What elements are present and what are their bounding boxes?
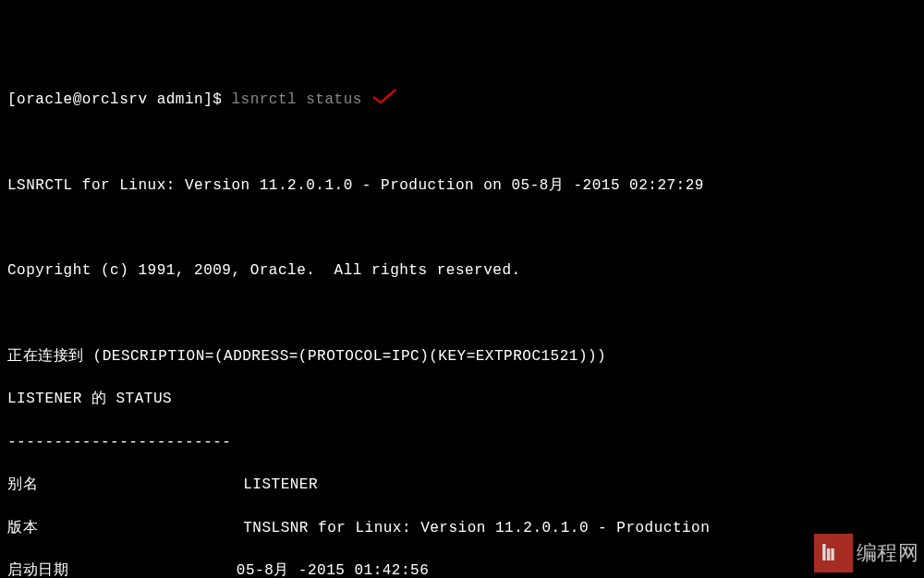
shell-prompt: [oracle@orclsrv admin]$ <box>7 91 231 108</box>
startdate-value: 05-8月 -2015 01:42:56 <box>237 562 429 578</box>
startdate-label: 启动日期 <box>7 562 68 578</box>
version-value: TNSLSNR for Linux: Version 11.2.0.1.0 - … <box>243 520 710 536</box>
output-version: 版本 TNSLSNR for Linux: Version 11.2.0.1.0… <box>7 518 917 539</box>
output-status-header: LISTENER 的 STATUS <box>7 389 917 410</box>
output-startdate: 启动日期 05-8月 -2015 01:42:56 <box>7 560 917 578</box>
watermark: 编程网 <box>814 534 919 572</box>
checkmark-annotation <box>371 91 397 108</box>
output-alias: 别名 LISTENER <box>7 475 917 496</box>
watermark-text: 编程网 <box>857 538 919 568</box>
terminal-prompt-line[interactable]: [oracle@orclsrv admin]$ lsnrctl status <box>7 90 917 111</box>
blank-line <box>7 304 917 325</box>
output-separator: ------------------------ <box>7 432 917 453</box>
output-copyright: Copyright (c) 1991, 2009, Oracle. All ri… <box>7 260 917 282</box>
watermark-icon <box>814 534 853 572</box>
blank-line <box>7 132 917 153</box>
alias-value: LISTENER <box>243 476 318 493</box>
blank-line <box>7 218 917 239</box>
output-banner: LSNRCTL for Linux: Version 11.2.0.1.0 - … <box>7 175 917 197</box>
command-text: lsnrctl status <box>231 91 361 108</box>
alias-label: 别名 <box>7 476 38 493</box>
output-connecting: 正在连接到 (DESCRIPTION=(ADDRESS=(PROTOCOL=IP… <box>7 346 917 367</box>
version-label: 版本 <box>7 520 38 536</box>
